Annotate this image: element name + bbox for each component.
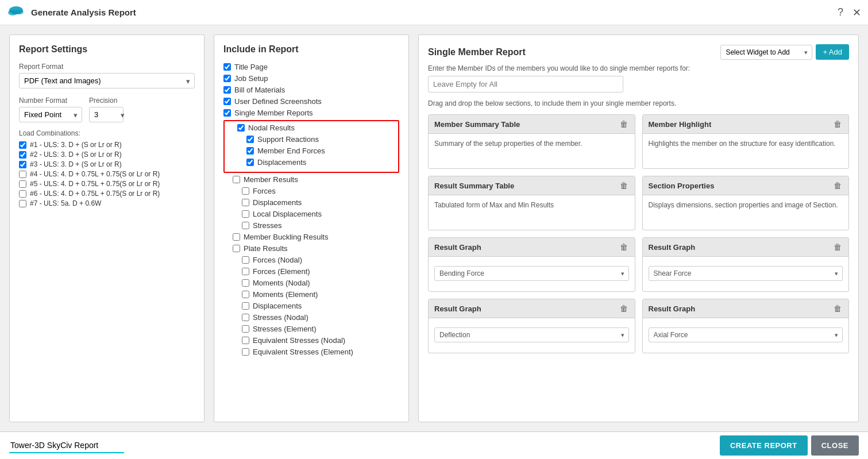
add-widget-button[interactable]: + Add — [816, 44, 849, 60]
include-checkbox-22[interactable] — [242, 325, 249, 333]
close-button[interactable]: CLOSE — [811, 435, 859, 456]
include-checkbox-16[interactable] — [242, 256, 249, 264]
widget-card-title: Result Graph — [649, 304, 696, 313]
include-checkbox-9[interactable] — [233, 176, 240, 183]
widget-delete-button[interactable]: 🗑 — [619, 242, 629, 252]
include-checkbox-18[interactable] — [242, 279, 249, 287]
widget-card-description: Highlights the member on the structure f… — [649, 140, 843, 148]
include-item-label: Equivalent Stresses (Nodal) — [253, 336, 345, 345]
include-checkbox-1[interactable] — [223, 75, 231, 82]
include-item-label: Forces — [253, 187, 276, 195]
include-checkbox-12[interactable] — [242, 210, 249, 218]
combo-item: #6 - ULS: 4. D + 0.75L + 0.75(S or Lr or… — [19, 190, 195, 198]
widget-type-select[interactable]: Select Widget to Add Member Summary Tabl… — [720, 45, 812, 60]
widget-delete-button[interactable]: 🗑 — [619, 304, 629, 313]
load-combinations-label: Load Combinations: — [19, 129, 195, 137]
include-checkbox-15[interactable] — [233, 245, 240, 252]
widget-card-header: Section Properties🗑 — [643, 176, 849, 195]
combo-checkbox-2[interactable] — [19, 161, 26, 168]
report-name-input[interactable] — [9, 438, 124, 453]
combo-item: #2 - ULS: 3. D + (S or Lr or R) — [19, 151, 195, 159]
include-checkbox-8[interactable] — [246, 159, 254, 166]
include-item: Equivalent Stresses (Nodal) — [242, 336, 399, 345]
include-item-label: Moments (Element) — [253, 290, 318, 299]
include-checkbox-20[interactable] — [242, 302, 249, 310]
include-item: Moments (Nodal) — [242, 279, 399, 287]
smr-title: Single Member Report — [428, 47, 526, 57]
combo-label: #3 - ULS: 3. D + (S or Lr or R) — [30, 160, 122, 168]
widget-result-select[interactable]: Bending ForceShear ForceAxial ForceDefle… — [649, 327, 843, 342]
combo-checkbox-4[interactable] — [19, 180, 26, 188]
include-checkbox-7[interactable] — [246, 147, 254, 155]
number-format-select-wrapper: Fixed Point Scientific — [19, 107, 82, 122]
number-format-select[interactable]: Fixed Point Scientific — [19, 107, 82, 122]
include-item-label: Title Page — [234, 63, 268, 71]
widget-delete-button[interactable]: 🗑 — [832, 119, 843, 129]
include-checkbox-13[interactable] — [242, 222, 249, 229]
widget-result-select[interactable]: Bending ForceShear ForceAxial ForceDefle… — [649, 266, 843, 281]
widget-delete-button[interactable]: 🗑 — [619, 119, 629, 129]
include-checkbox-24[interactable] — [242, 348, 249, 356]
combo-item: #1 - ULS: 3. D + (S or Lr or R) — [19, 141, 195, 149]
include-checkbox-10[interactable] — [242, 187, 249, 195]
precision-select[interactable]: 12345 — [89, 107, 124, 122]
include-item-label: Displacements — [253, 198, 302, 207]
include-item-label: Displacements — [257, 158, 306, 167]
widget-result-select-wrapper: Bending ForceShear ForceAxial ForceDefle… — [649, 266, 843, 281]
widget-card-header: Result Graph🗑 — [643, 238, 849, 257]
include-checkbox-6[interactable] — [246, 136, 254, 143]
combo-checkbox-6[interactable] — [19, 200, 26, 207]
include-item: Stresses (Nodal) — [242, 313, 399, 322]
include-item-label: Forces (Nodal) — [253, 256, 302, 264]
bottombar: CREATE REPORT CLOSE — [0, 431, 868, 459]
bottombar-buttons: CREATE REPORT CLOSE — [720, 435, 859, 456]
combo-checkbox-1[interactable] — [19, 151, 26, 159]
include-checkbox-14[interactable] — [233, 233, 240, 241]
widget-delete-button[interactable]: 🗑 — [832, 242, 843, 252]
widget-card-header: Result Summary Table🗑 — [429, 176, 635, 195]
include-checkbox-3[interactable] — [223, 98, 231, 105]
include-item: Bill of Materials — [223, 86, 399, 94]
widget-card-body: Summary of the setup properties of the m… — [429, 134, 635, 168]
combo-checkbox-5[interactable] — [19, 190, 26, 198]
widget-delete-button[interactable]: 🗑 — [832, 304, 843, 313]
create-report-button[interactable]: CREATE REPORT — [720, 435, 808, 456]
widget-delete-button[interactable]: 🗑 — [832, 181, 843, 190]
combo-item: #3 - ULS: 3. D + (S or Lr or R) — [19, 160, 195, 168]
precision-label: Precision — [89, 97, 129, 105]
widget-card-title: Result Graph — [649, 243, 696, 252]
include-checkbox-11[interactable] — [242, 199, 249, 206]
widget-result-select[interactable]: Bending ForceShear ForceAxial ForceDefle… — [434, 266, 629, 281]
report-format-select[interactable]: PDF (Text and Images) PDF (Images Only) … — [19, 73, 195, 88]
precision-field: Precision 12345 — [89, 91, 129, 122]
window-close-icon[interactable]: ✕ — [852, 6, 861, 19]
widget-delete-button[interactable]: 🗑 — [619, 181, 629, 190]
include-checkbox-4[interactable] — [223, 109, 231, 117]
combo-checkbox-0[interactable] — [19, 141, 26, 149]
member-ids-input[interactable] — [428, 76, 623, 92]
include-item: Plate Results — [233, 244, 399, 253]
widget-card-header: Result Graph🗑 — [643, 299, 849, 318]
include-item-label: Stresses — [253, 221, 282, 230]
widget-card-description: Tabulated form of Max and Min Results — [434, 201, 629, 209]
include-item: Displacements — [242, 198, 399, 207]
widget-card-body: Displays dimensions, section properties … — [643, 195, 849, 230]
include-checkbox-2[interactable] — [223, 86, 231, 94]
include-in-report-panel: Include in Report Title PageJob SetupBil… — [214, 34, 409, 422]
include-checkbox-23[interactable] — [242, 337, 249, 344]
include-checkbox-17[interactable] — [242, 268, 249, 275]
widget-card-body: Bending ForceShear ForceAxial ForceDefle… — [643, 257, 849, 291]
widget-result-select[interactable]: Bending ForceShear ForceAxial ForceDefle… — [434, 327, 629, 342]
widget-card-header: Result Graph🗑 — [429, 299, 635, 318]
include-checkbox-19[interactable] — [242, 291, 249, 298]
include-item: Stresses — [242, 221, 399, 230]
precision-select-wrapper: 12345 — [89, 107, 129, 122]
include-checkbox-5[interactable] — [237, 124, 245, 132]
widget-card-body: Tabulated form of Max and Min Results — [429, 195, 635, 230]
include-checkbox-0[interactable] — [223, 63, 231, 71]
combo-checkbox-3[interactable] — [19, 171, 26, 178]
include-checkbox-21[interactable] — [242, 314, 249, 321]
skyciv-logo — [7, 3, 25, 22]
help-icon[interactable]: ? — [838, 6, 843, 18]
include-item-label: Single Member Reports — [234, 109, 313, 117]
